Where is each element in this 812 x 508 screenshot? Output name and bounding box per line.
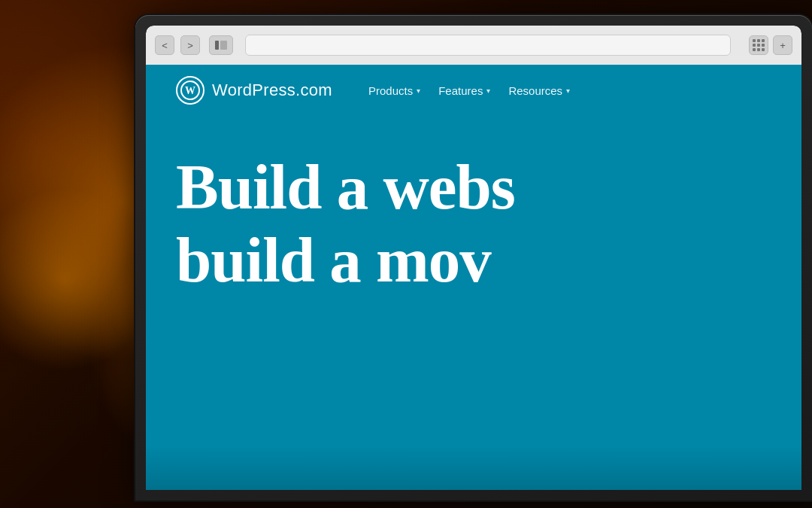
wordpress-logo[interactable]: W WordPress.com xyxy=(176,76,332,105)
back-button[interactable]: < xyxy=(155,35,174,55)
hero-title-line2: build a mov xyxy=(176,227,771,294)
browser-chrome: < > xyxy=(146,26,801,65)
wp-logo-icon: W xyxy=(176,76,205,105)
forward-button[interactable]: > xyxy=(180,35,200,55)
bottom-gradient-overlay xyxy=(146,445,801,490)
nav-features-chevron: ▾ xyxy=(486,87,490,95)
new-tab-icon: + xyxy=(780,40,786,51)
new-tab-button[interactable]: + xyxy=(773,35,792,55)
nav-resources[interactable]: Resources ▾ xyxy=(508,84,570,97)
nav-resources-chevron: ▾ xyxy=(566,87,570,95)
hero-title-line1: Build a webs xyxy=(176,154,771,221)
nav-products-label: Products xyxy=(368,84,413,97)
hero-section: Build a webs build a mov xyxy=(146,116,801,294)
grid-view-button[interactable] xyxy=(749,35,768,55)
site-navigation: W WordPress.com Products ▾ Features ▾ xyxy=(146,65,801,116)
wp-logo-text: WordPress.com xyxy=(212,81,332,100)
sidebar-icon xyxy=(215,41,227,50)
browser-right-icons: + xyxy=(749,35,792,55)
screen-bezel: < > xyxy=(146,26,801,490)
website-content: W WordPress.com Products ▾ Features ▾ xyxy=(146,65,801,490)
nav-features-label: Features xyxy=(438,84,483,97)
forward-icon: > xyxy=(187,40,193,51)
laptop-shell: < > xyxy=(135,15,812,500)
svg-text:W: W xyxy=(185,85,195,96)
address-bar[interactable] xyxy=(245,35,731,56)
nav-products[interactable]: Products ▾ xyxy=(368,84,420,97)
back-icon: < xyxy=(162,40,168,51)
nav-features[interactable]: Features ▾ xyxy=(438,84,490,97)
nav-items: Products ▾ Features ▾ Resources ▾ xyxy=(368,84,570,97)
svg-rect-0 xyxy=(215,41,219,50)
wp-icon-svg: W xyxy=(180,81,200,100)
svg-rect-1 xyxy=(220,41,227,50)
nav-products-chevron: ▾ xyxy=(417,87,420,95)
nav-resources-label: Resources xyxy=(508,84,562,97)
sidebar-toggle-button[interactable] xyxy=(209,35,233,55)
grid-icon xyxy=(753,39,765,51)
